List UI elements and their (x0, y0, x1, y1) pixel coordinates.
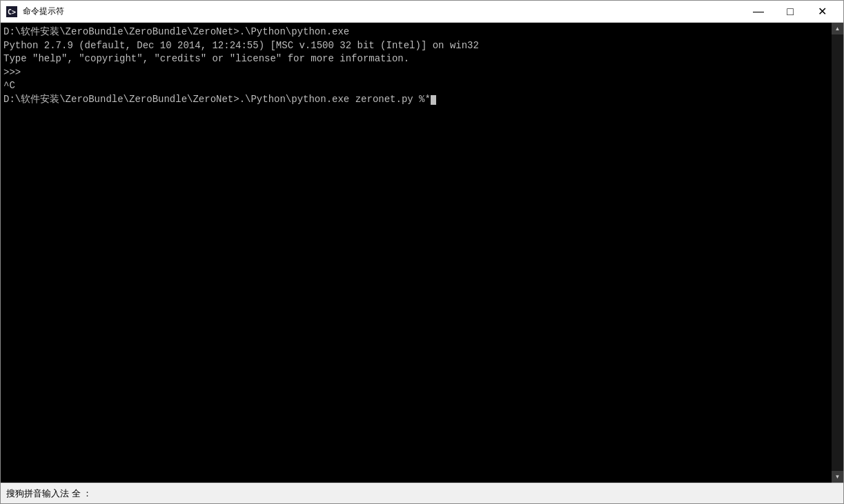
terminal-cursor (431, 95, 436, 105)
terminal-line-6: D:\软件安装\ZeroBundle\ZeroBundle\ZeroNet>.\… (3, 94, 431, 105)
scrollbar-track[interactable] (832, 34, 843, 471)
terminal-line-2: Python 2.7.9 (default, Dec 10 2014, 12:2… (3, 40, 479, 51)
scrollbar[interactable]: ▲ ▼ (832, 23, 843, 483)
maximize-button[interactable]: □ (774, 1, 806, 23)
terminal-output[interactable]: D:\软件安装\ZeroBundle\ZeroBundle\ZeroNet>.\… (1, 23, 832, 483)
terminal-body[interactable]: D:\软件安装\ZeroBundle\ZeroBundle\ZeroNet>.\… (1, 23, 843, 483)
svg-text:C>: C> (8, 8, 16, 16)
terminal-line-5: ^C (3, 80, 15, 91)
title-bar-left: C> 命令提示符 (6, 6, 64, 17)
cmd-window: C> 命令提示符 — □ ✕ D:\软件安装\ZeroBundle\ZeroBu… (0, 0, 844, 504)
ime-status: 搜狗拼音输入法 全 ： (6, 487, 92, 500)
title-bar: C> 命令提示符 — □ ✕ (1, 1, 843, 23)
window-title: 命令提示符 (23, 6, 64, 17)
scrollbar-down-button[interactable]: ▼ (832, 471, 843, 483)
close-button[interactable]: ✕ (806, 1, 838, 23)
terminal-line-4: >>> (3, 67, 21, 78)
terminal-line-3: Type "help", "copyright", "credits" or "… (3, 53, 409, 64)
terminal-line-1: D:\软件安装\ZeroBundle\ZeroBundle\ZeroNet>.\… (3, 26, 349, 37)
cmd-icon: C> (6, 6, 17, 17)
minimize-button[interactable]: — (743, 1, 774, 23)
status-bar: 搜狗拼音输入法 全 ： (1, 483, 843, 503)
window-controls: — □ ✕ (743, 1, 838, 23)
scrollbar-up-button[interactable]: ▲ (832, 23, 843, 34)
